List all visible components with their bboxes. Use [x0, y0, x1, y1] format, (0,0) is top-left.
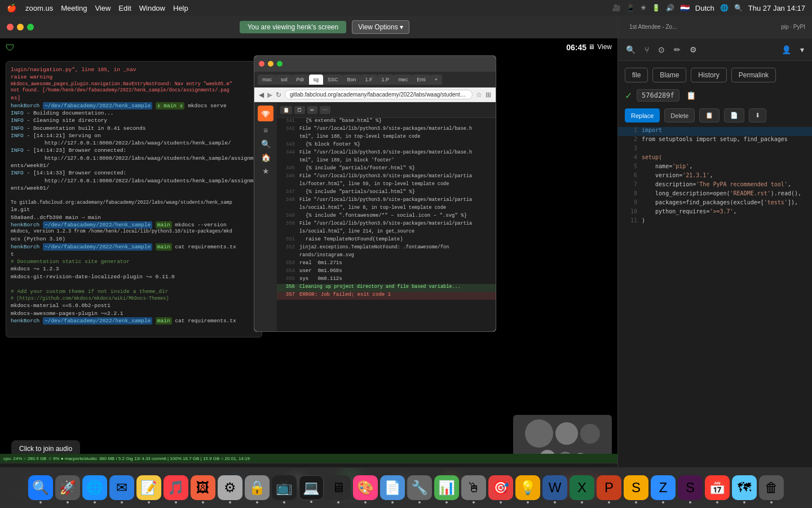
- meeting-menu[interactable]: Meeting: [61, 4, 87, 12]
- dock-terminal[interactable]: 💻: [299, 475, 324, 500]
- gitlab-menu-icon[interactable]: ≡: [263, 126, 268, 135]
- spark-icon: ✳: [641, 4, 646, 12]
- minimize-window-btn[interactable]: [17, 24, 24, 30]
- gitlab-star-icon[interactable]: ★: [262, 167, 270, 176]
- browser-maximize[interactable]: [277, 61, 283, 67]
- apple-icon[interactable]: 🍎: [7, 3, 16, 12]
- browser-tab-ssc[interactable]: SSC: [323, 75, 343, 85]
- dock-music[interactable]: 🎵: [164, 475, 188, 500]
- dock-launchpad[interactable]: 🚀: [55, 475, 80, 500]
- dock-excel[interactable]: X: [570, 475, 594, 500]
- mac-dock: 🔍 🚀 🌐 ✉ 📝 🎵 🖼 ⚙ 🔒 📺 💻 🖥 🎨 📄 🔧 📊 🖱 🎯 💡 W …: [0, 467, 812, 508]
- replace-btn[interactable]: Replace: [625, 108, 660, 122]
- browser-minimize[interactable]: [268, 61, 273, 67]
- back-icon[interactable]: ◀: [259, 91, 264, 99]
- edit-code-btn[interactable]: ✏: [307, 106, 317, 114]
- edit-rp-icon[interactable]: ✏: [672, 43, 683, 56]
- download-btn[interactable]: ⬇: [749, 108, 766, 122]
- more-code-btn[interactable]: ⋯: [320, 106, 330, 114]
- dock-word[interactable]: W: [542, 475, 567, 500]
- browser-tab-mec[interactable]: mec: [394, 75, 412, 85]
- dock-monitor[interactable]: 🖥: [326, 475, 351, 500]
- browser-close[interactable]: [259, 61, 264, 67]
- copy-rpa-btn[interactable]: 📋: [699, 108, 720, 122]
- zoom-main: 🛡 06:45 🖥 View lugin/navigation.py", lin…: [0, 38, 617, 508]
- dock-settings[interactable]: ⚙: [218, 475, 242, 500]
- dock-maps[interactable]: 🗺: [732, 475, 757, 500]
- dock-notes[interactable]: 📝: [136, 475, 161, 500]
- bookmark-icon[interactable]: ☆: [476, 91, 482, 99]
- tab-attendee[interactable]: 1st Attendee - Zo...: [625, 21, 682, 32]
- address-bar[interactable]: gitlab.fabcloud.org/academany/fabacademy…: [285, 90, 473, 99]
- dock-photos[interactable]: 🖼: [191, 475, 215, 500]
- browser-tab-moc[interactable]: moc: [258, 75, 276, 85]
- dock-ppt[interactable]: P: [597, 475, 621, 500]
- code-line-350: 350File "/usr/local/lib/python3.9/site-p…: [277, 221, 496, 229]
- rp-line-6: 6 version='21.3.1',: [618, 172, 812, 181]
- dock-tv[interactable]: 📺: [272, 475, 297, 500]
- dock-lock[interactable]: 🔒: [245, 475, 270, 500]
- dock-slack[interactable]: S: [678, 475, 703, 500]
- settings-rp-icon[interactable]: ⚙: [687, 43, 699, 56]
- search-icon[interactable]: 🔍: [734, 4, 743, 12]
- delete-btn[interactable]: Delete: [664, 108, 695, 122]
- monitor-icon: 🖥: [588, 43, 595, 51]
- browser-window[interactable]: moc sol Pdr sg SSC Bon 1.F 1.P mec Emi +…: [254, 55, 496, 332]
- copy-code-btn[interactable]: 📋: [280, 106, 292, 114]
- dock-trash[interactable]: 🗑: [759, 475, 784, 500]
- dock-analytics[interactable]: 📊: [434, 475, 459, 500]
- browser-tab-1f[interactable]: 1.F: [361, 75, 377, 85]
- blame-btn[interactable]: Blame: [652, 68, 686, 82]
- file-btn[interactable]: file: [625, 68, 648, 82]
- dock-bulb[interactable]: 💡: [515, 475, 540, 500]
- history-btn[interactable]: History: [691, 68, 726, 82]
- browser-tab-emi[interactable]: Emi: [412, 75, 430, 85]
- dock-browser[interactable]: 🌐: [82, 475, 107, 500]
- dock-target[interactable]: 🎯: [488, 475, 513, 500]
- doc-btn[interactable]: 📄: [724, 108, 744, 122]
- gitlab-logo[interactable]: [258, 106, 273, 121]
- volume-icon: 🔊: [666, 4, 674, 12]
- extensions-icon[interactable]: ⊞: [486, 91, 491, 99]
- search-rp-icon[interactable]: 🔍: [624, 43, 638, 56]
- browser-tab-sol[interactable]: sol: [276, 75, 292, 85]
- window-menu[interactable]: Window: [139, 4, 165, 12]
- dock-calendar[interactable]: 📅: [705, 475, 730, 500]
- blame-code-btn[interactable]: 🗒: [294, 106, 305, 114]
- reload-icon[interactable]: ↻: [276, 91, 281, 99]
- view-button[interactable]: 🖥 View: [588, 43, 612, 51]
- gitlab-search-icon[interactable]: 🔍: [261, 139, 271, 148]
- merge-icon[interactable]: ⑂: [642, 43, 651, 56]
- code-line-344: 344File "/usr/local/lib/python3.9/site-p…: [277, 150, 496, 157]
- chevron-rp-icon[interactable]: ▾: [798, 43, 806, 56]
- copy-hash-btn[interactable]: 📋: [684, 90, 698, 101]
- dock-finder[interactable]: 🔍: [28, 475, 53, 500]
- permalink-btn[interactable]: Permalink: [731, 68, 776, 82]
- zoom-menu[interactable]: zoom.us: [25, 4, 53, 12]
- gitlab-home-icon[interactable]: 🏠: [261, 153, 271, 162]
- fullscreen-window-btn[interactable]: [27, 24, 34, 30]
- browser-tab-1p[interactable]: 1.P: [377, 75, 394, 85]
- view-options-button[interactable]: View Options ▾: [352, 20, 409, 34]
- edit-menu[interactable]: Edit: [118, 4, 131, 12]
- forward-icon[interactable]: ▶: [267, 91, 272, 99]
- user-rp-icon[interactable]: 👤: [779, 43, 793, 56]
- dock-design[interactable]: 🎨: [353, 475, 378, 500]
- zoom-window: You are viewing henk's screen View Optio…: [0, 16, 617, 508]
- dock-doc[interactable]: 📄: [380, 475, 405, 500]
- branch-icon[interactable]: ⊙: [656, 43, 667, 56]
- browser-tab-pdr[interactable]: Pdr: [292, 75, 309, 85]
- terminal-window[interactable]: lugin/navigation.py", line 185, in _nav …: [6, 61, 262, 338]
- help-menu[interactable]: Help: [173, 4, 188, 12]
- dock-mail[interactable]: ✉: [109, 475, 134, 500]
- close-window-btn[interactable]: [7, 24, 14, 30]
- view-menu[interactable]: View: [95, 4, 111, 12]
- browser-tab-bon[interactable]: Bon: [343, 75, 361, 85]
- dock-mouse[interactable]: 🖱: [461, 475, 486, 500]
- dock-sketch[interactable]: S: [624, 475, 648, 500]
- phone-icon: 📱: [626, 4, 635, 12]
- browser-tab-sg[interactable]: sg: [309, 75, 324, 85]
- dock-tools[interactable]: 🔧: [407, 475, 432, 500]
- dock-zoom[interactable]: Z: [651, 475, 676, 500]
- browser-tab-plus[interactable]: +: [430, 75, 442, 85]
